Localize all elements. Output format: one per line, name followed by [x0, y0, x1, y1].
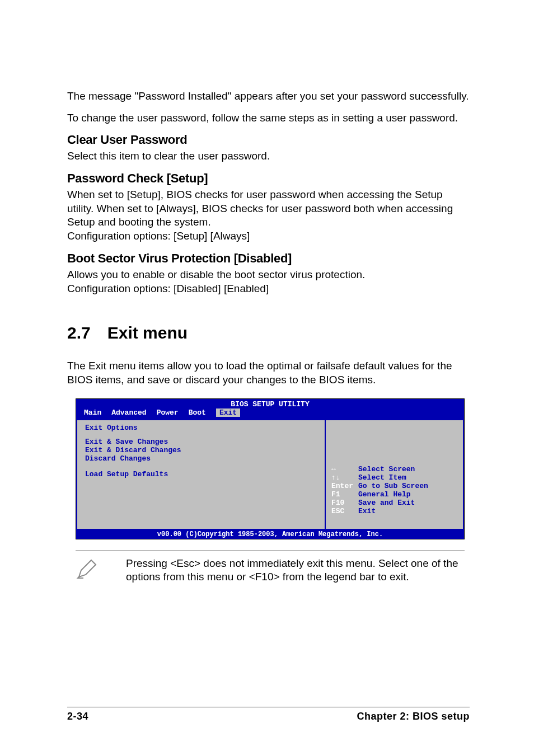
legend-label: Save and Exit [358, 499, 415, 507]
legend-save-exit: F10 Save and Exit [331, 499, 457, 507]
bios-footer: v00.00 (C)Copyright 1985-2003, American … [76, 530, 464, 539]
legend-key: ↔ [331, 465, 358, 473]
legend-key: F1 [331, 490, 358, 499]
legend-label: Exit [358, 507, 376, 515]
intro-p1: The message "Password Installed" appears… [67, 90, 470, 104]
legend-key: ESC [331, 507, 358, 515]
bios-group-title: Exit Options [85, 424, 317, 432]
bios-item-load-defaults[interactable]: Load Setup Defaults [85, 470, 317, 478]
legend-key: ↑↓ [331, 473, 358, 482]
legend-select-item: ↑↓ Select Item [331, 473, 457, 482]
password-check-body1: When set to [Setup], BIOS checks for use… [67, 188, 470, 229]
heading-clear-user-password: Clear User Password [67, 133, 470, 147]
bios-tab-advanced[interactable]: Advanced [111, 408, 156, 417]
bios-blank-row [85, 463, 317, 470]
bios-tab-main[interactable]: Main [84, 408, 111, 417]
legend-sub-screen: Enter Go to Sub Screen [331, 482, 457, 490]
bios-screenshot: BIOS SETUP UTILITY Main Advanced Power B… [76, 398, 465, 539]
legend-label: Select Item [358, 473, 406, 482]
bios-item-exit-discard[interactable]: Exit & Discard Changes [85, 446, 317, 454]
legend-key: Enter [331, 482, 358, 490]
legend-label: Go to Sub Screen [358, 482, 428, 490]
note-block: Pressing <Esc> does not immediately exit… [76, 551, 465, 584]
legend-label: General Help [358, 490, 411, 499]
legend-select-screen: ↔ Select Screen [331, 465, 457, 473]
bios-body: Exit Options Exit & Save Changes Exit & … [76, 419, 464, 530]
bios-title: BIOS SETUP UTILITY [76, 400, 464, 408]
bios-header: BIOS SETUP UTILITY Main Advanced Power B… [76, 399, 464, 419]
boot-sector-body2: Configuration options: [Disabled] [Enabl… [67, 282, 470, 296]
bios-tab-exit[interactable]: Exit [216, 408, 240, 417]
pencil-note-icon [76, 557, 109, 583]
intro-p2: To change the user password, follow the … [67, 111, 470, 125]
section-heading-exit-menu: 2.7Exit menu [67, 323, 470, 342]
section-number: 2.7 [67, 323, 91, 342]
legend-general-help: F1 General Help [331, 490, 457, 499]
bios-right-pane: ↔ Select Screen ↑↓ Select Item Enter Go … [326, 419, 464, 530]
note-text: Pressing <Esc> does not immediately exit… [109, 557, 465, 584]
bios-left-pane: Exit Options Exit & Save Changes Exit & … [76, 419, 326, 530]
heading-boot-sector: Boot Sector Virus Protection [Disabled] [67, 251, 470, 266]
bios-tab-power[interactable]: Power [157, 408, 189, 417]
bios-item-discard[interactable]: Discard Changes [85, 454, 317, 463]
bios-tabs: Main Advanced Power Boot Exit [76, 408, 464, 418]
boot-sector-body1: Allows you to enable or disable the boot… [67, 268, 470, 282]
section-title: Exit menu [107, 323, 188, 342]
password-check-body2: Configuration options: [Setup] [Always] [67, 229, 470, 243]
legend-key: F10 [331, 499, 358, 507]
chapter-label: Chapter 2: BIOS setup [357, 711, 470, 722]
legend-label: Select Screen [358, 465, 415, 473]
heading-password-check: Password Check [Setup] [67, 171, 470, 186]
page-footer: 2-34 Chapter 2: BIOS setup [67, 707, 470, 722]
exit-menu-intro: The Exit menu items allow you to load th… [67, 359, 470, 387]
legend-exit: ESC Exit [331, 507, 457, 515]
page-number: 2-34 [67, 711, 88, 722]
clear-user-password-body: Select this item to clear the user passw… [67, 149, 470, 163]
bios-item-exit-save[interactable]: Exit & Save Changes [85, 438, 317, 446]
bios-tab-boot[interactable]: Boot [189, 408, 216, 417]
